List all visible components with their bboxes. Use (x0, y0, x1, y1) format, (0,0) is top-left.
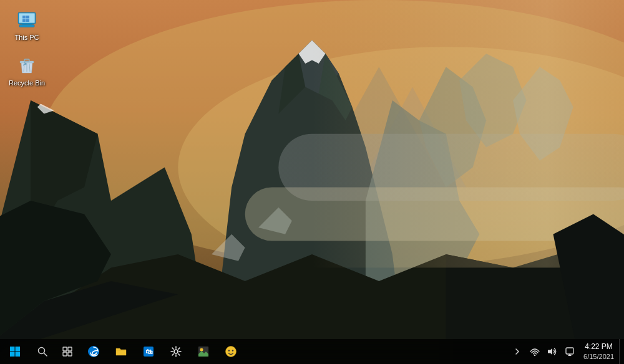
taskbar-feedback-button[interactable] (217, 339, 245, 364)
svg-rect-42 (10, 347, 15, 352)
task-view-button[interactable] (55, 339, 80, 364)
recycle-bin-desktop-icon[interactable]: Recycle Bin (5, 52, 49, 90)
system-clock[interactable]: 4:22 PM 6/15/2021 (578, 339, 619, 364)
taskbar-file-explorer-button[interactable] (107, 339, 135, 364)
svg-rect-64 (566, 348, 573, 354)
svg-point-55 (174, 350, 178, 353)
svg-rect-51 (68, 352, 72, 356)
svg-point-62 (534, 355, 536, 356)
recycle-bin-label: Recycle Bin (9, 79, 45, 87)
svg-rect-44 (10, 352, 15, 357)
svg-line-47 (44, 353, 47, 357)
svg-point-60 (228, 350, 230, 351)
svg-rect-36 (19, 25, 34, 27)
recycle-bin-icon (16, 54, 38, 77)
svg-point-61 (232, 350, 233, 351)
this-pc-desktop-icon[interactable]: This PC (5, 6, 49, 44)
svg-rect-48 (63, 347, 67, 351)
svg-rect-32 (26, 16, 29, 19)
this-pc-icon (16, 9, 38, 31)
svg-rect-50 (63, 352, 67, 356)
taskbar-edge-button[interactable] (80, 339, 107, 364)
tray-volume-icon[interactable] (544, 339, 561, 364)
show-desktop-button[interactable] (619, 339, 624, 364)
tray-action-center-icon[interactable] (561, 339, 578, 364)
svg-rect-33 (22, 19, 26, 22)
this-pc-label: This PC (14, 34, 39, 42)
svg-rect-34 (26, 19, 29, 22)
taskbar-photos-button[interactable] (190, 339, 217, 364)
svg-rect-49 (68, 347, 72, 351)
taskbar-store-button[interactable]: 🛍 (135, 339, 162, 364)
svg-marker-63 (548, 348, 552, 355)
svg-point-59 (226, 347, 236, 357)
start-button[interactable] (0, 339, 30, 364)
svg-rect-31 (22, 16, 26, 19)
svg-rect-43 (16, 347, 21, 352)
clock-time: 4:22 PM (585, 342, 613, 352)
system-tray: 4:22 PM 6/15/2021 (509, 339, 624, 364)
desktop: This PC Recycle Bin (0, 0, 624, 364)
clock-date: 6/15/2021 (583, 352, 614, 362)
svg-point-57 (200, 348, 203, 352)
svg-rect-45 (16, 352, 21, 357)
tray-hidden-icons-button[interactable] (509, 339, 526, 364)
search-button[interactable] (30, 339, 55, 364)
svg-text:🛍: 🛍 (145, 348, 153, 355)
tray-network-icon[interactable] (526, 339, 544, 364)
svg-rect-38 (24, 59, 29, 62)
taskbar: 🛍 (0, 339, 624, 364)
taskbar-settings-button[interactable] (162, 339, 190, 364)
